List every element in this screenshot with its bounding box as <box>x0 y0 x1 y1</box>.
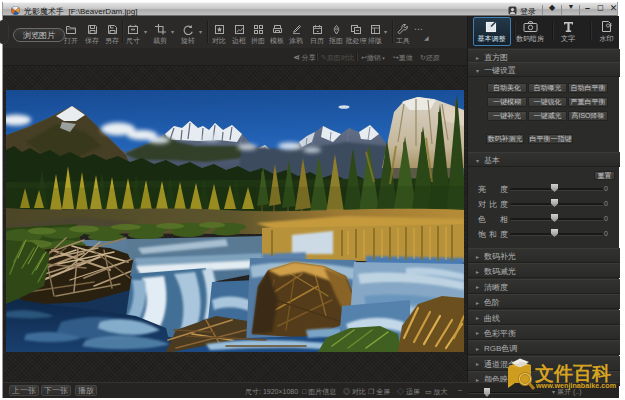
svg-text:www.wenjinabaike.com: www.wenjinabaike.com <box>535 381 616 390</box>
